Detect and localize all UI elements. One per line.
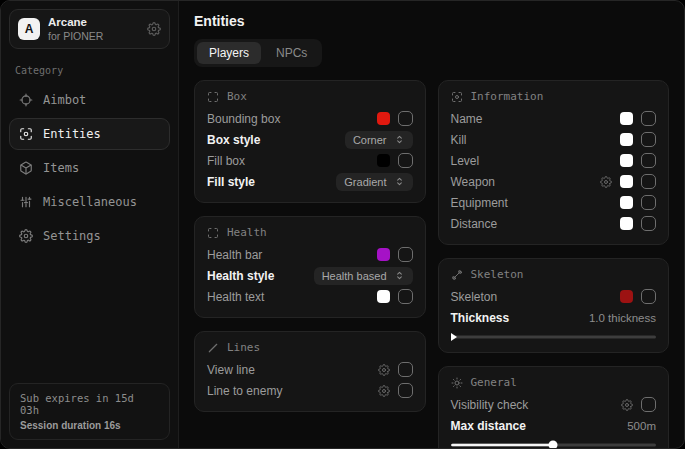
- equipment-row: Equipment: [451, 192, 657, 213]
- skeleton-row: Skeleton: [451, 286, 657, 307]
- card-title: General: [471, 376, 517, 389]
- color-swatch[interactable]: [377, 248, 390, 261]
- select-value: Gradient: [344, 176, 386, 188]
- sliders-icon: [19, 195, 33, 209]
- sidebar-item-label: Aimbot: [43, 93, 86, 107]
- checkbox[interactable]: [398, 383, 413, 398]
- color-swatch[interactable]: [620, 217, 633, 230]
- fill-style-row: Fill style Gradient: [207, 171, 413, 192]
- sidebar-item-settings[interactable]: Settings: [9, 220, 170, 252]
- box-card: Box Bounding box Box style Corner: [194, 80, 426, 203]
- checkbox[interactable]: [398, 289, 413, 304]
- fill-box-row: Fill box: [207, 150, 413, 171]
- gear-icon[interactable]: [621, 399, 633, 411]
- color-swatch[interactable]: [620, 290, 633, 303]
- checkbox[interactable]: [641, 111, 656, 126]
- max-distance-slider[interactable]: [451, 440, 657, 448]
- card-title: Skeleton: [471, 268, 524, 281]
- fill-style-select[interactable]: Gradient: [336, 173, 412, 191]
- gear-icon[interactable]: [378, 364, 390, 376]
- setting-label: Kill: [451, 133, 467, 147]
- thickness-row: Thickness 1.0 thickness: [451, 307, 657, 328]
- max-distance-row: Max distance 500m: [451, 415, 657, 436]
- thickness-value: 1.0 thickness: [589, 312, 656, 324]
- color-swatch[interactable]: [620, 196, 633, 209]
- slider-thumb[interactable]: [451, 333, 457, 341]
- checkbox[interactable]: [398, 247, 413, 262]
- checkbox[interactable]: [641, 153, 656, 168]
- checkbox[interactable]: [641, 397, 656, 412]
- category-nav: Aimbot Entities Items Miscellaneous Sett…: [9, 84, 170, 252]
- sidebar-item-items[interactable]: Items: [9, 152, 170, 184]
- sub-expiry-text: Sub expires in 15d 03h: [20, 392, 159, 416]
- card-title: Information: [471, 90, 544, 103]
- crosshair-icon: [19, 93, 33, 107]
- scan-icon: [19, 127, 33, 141]
- setting-label: Level: [451, 154, 480, 168]
- checkbox[interactable]: [641, 174, 656, 189]
- brand-name: Arcane: [48, 16, 139, 30]
- color-swatch[interactable]: [620, 133, 633, 146]
- gear-icon[interactable]: [147, 22, 161, 36]
- color-swatch[interactable]: [620, 112, 633, 125]
- health-bar-row: Health bar: [207, 244, 413, 265]
- gear-icon: [19, 229, 33, 243]
- level-row: Level: [451, 150, 657, 171]
- main-panel: Entities Players NPCs Box Bounding box: [179, 1, 684, 448]
- thickness-slider[interactable]: [451, 332, 657, 342]
- setting-label: Visibility check: [451, 398, 529, 412]
- lines-card: Lines View line Line to enemy: [194, 331, 426, 412]
- line-icon: [207, 342, 219, 354]
- slider-thumb[interactable]: [549, 441, 558, 449]
- checkbox[interactable]: [641, 216, 656, 231]
- sidebar-item-aimbot[interactable]: Aimbot: [9, 84, 170, 116]
- sidebar: A Arcane for PIONER Category Aimbot Enti…: [1, 1, 179, 448]
- setting-label: Fill box: [207, 154, 245, 168]
- checkbox[interactable]: [398, 153, 413, 168]
- box-style-row: Box style Corner: [207, 129, 413, 150]
- tab-players[interactable]: Players: [197, 42, 261, 64]
- setting-label: Health text: [207, 290, 264, 304]
- color-swatch[interactable]: [377, 154, 390, 167]
- health-style-select[interactable]: Health based: [314, 267, 413, 285]
- checkbox[interactable]: [641, 289, 656, 304]
- chevron-up-down-icon: [394, 134, 405, 145]
- color-swatch[interactable]: [620, 175, 633, 188]
- color-swatch[interactable]: [377, 112, 390, 125]
- sun-icon: [451, 377, 463, 389]
- sidebar-item-label: Items: [43, 161, 79, 175]
- visibility-check-row: Visibility check: [451, 394, 657, 415]
- gear-icon[interactable]: [600, 176, 612, 188]
- select-value: Corner: [353, 134, 387, 146]
- bounding-box-row: Bounding box: [207, 108, 413, 129]
- setting-label: Equipment: [451, 196, 508, 210]
- sidebar-item-miscellaneous[interactable]: Miscellaneous: [9, 186, 170, 218]
- card-title: Box: [227, 90, 247, 103]
- max-distance-value: 500m: [627, 420, 656, 432]
- setting-label: Distance: [451, 217, 498, 231]
- setting-label: Thickness: [451, 311, 510, 325]
- setting-label: Health style: [207, 269, 274, 283]
- scan-icon: [451, 91, 463, 103]
- distance-row: Distance: [451, 213, 657, 234]
- setting-label: Bounding box: [207, 112, 280, 126]
- checkbox[interactable]: [398, 111, 413, 126]
- setting-label: Fill style: [207, 175, 255, 189]
- gear-icon[interactable]: [378, 385, 390, 397]
- subscription-card: Sub expires in 15d 03h Session duration …: [9, 383, 170, 440]
- brand-card: A Arcane for PIONER: [9, 9, 170, 49]
- setting-label: Max distance: [451, 419, 526, 433]
- checkbox[interactable]: [641, 132, 656, 147]
- entity-type-tabs: Players NPCs: [194, 39, 322, 67]
- tab-npcs[interactable]: NPCs: [264, 42, 319, 64]
- category-label: Category: [15, 65, 164, 76]
- setting-label: Line to enemy: [207, 384, 282, 398]
- color-swatch[interactable]: [377, 290, 390, 303]
- sidebar-item-entities[interactable]: Entities: [9, 118, 170, 150]
- checkbox[interactable]: [398, 362, 413, 377]
- checkbox[interactable]: [641, 195, 656, 210]
- box-style-select[interactable]: Corner: [345, 131, 413, 149]
- setting-label: Health bar: [207, 248, 262, 262]
- color-swatch[interactable]: [620, 154, 633, 167]
- kill-row: Kill: [451, 129, 657, 150]
